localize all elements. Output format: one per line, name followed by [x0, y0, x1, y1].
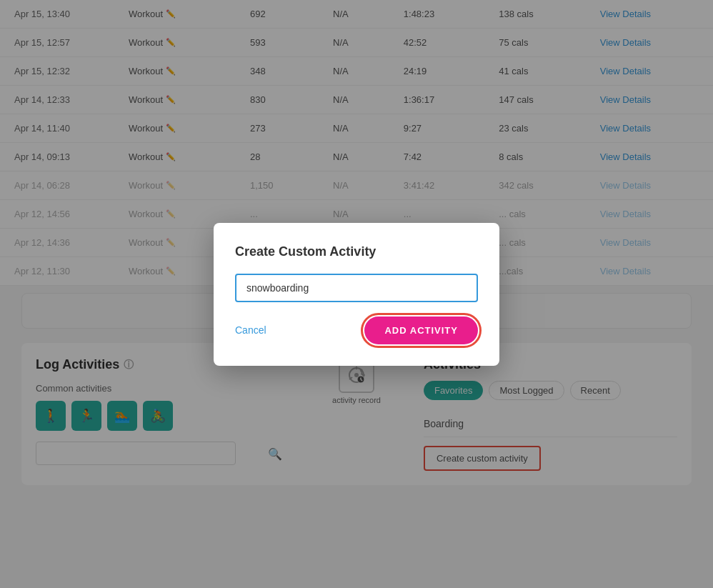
modal-overlay: Create Custom Activity Cancel ADD ACTIVI… [0, 0, 713, 588]
create-custom-activity-modal: Create Custom Activity Cancel ADD ACTIVI… [214, 223, 499, 366]
custom-activity-input[interactable] [235, 274, 478, 302]
cancel-button[interactable]: Cancel [235, 324, 266, 336]
modal-title: Create Custom Activity [235, 244, 478, 259]
modal-actions: Cancel ADD ACTIVITY [235, 317, 478, 344]
add-activity-button[interactable]: ADD ACTIVITY [364, 317, 478, 344]
